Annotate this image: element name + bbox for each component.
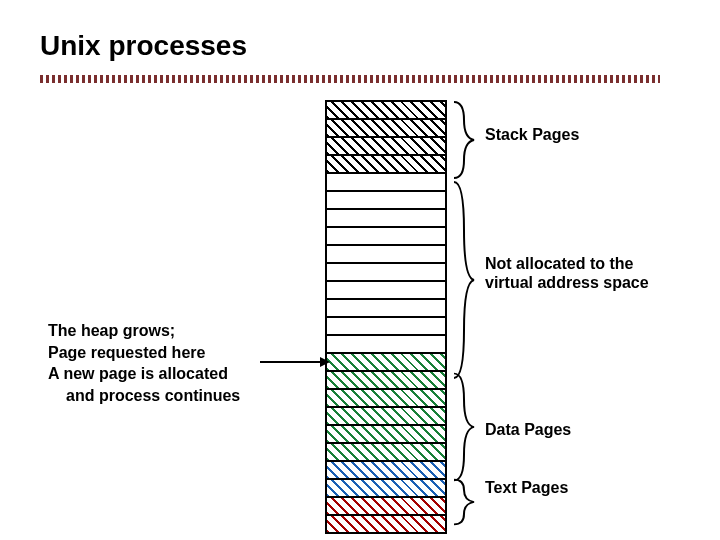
memory-page-stack <box>326 137 446 155</box>
svg-marker-3 <box>320 357 330 367</box>
label-stack: Stack Pages <box>485 125 579 144</box>
svg-rect-1 <box>40 75 660 83</box>
heap-l2: Page requested here <box>48 344 205 361</box>
memory-page-text <box>326 479 446 497</box>
page-title: Unix processes <box>40 30 247 62</box>
title-underline <box>40 75 660 83</box>
memory-page-data <box>326 443 446 461</box>
memory-page-stack <box>326 119 446 137</box>
memory-page-free <box>326 173 446 191</box>
label-data: Data Pages <box>485 420 571 439</box>
brace-free <box>450 180 478 380</box>
memory-page-free <box>326 245 446 263</box>
memory-page-stack <box>326 101 446 119</box>
memory-page-free <box>326 299 446 317</box>
memory-page-data <box>326 371 446 389</box>
memory-page-text <box>326 515 446 533</box>
memory-page-data <box>326 461 446 479</box>
label-free-l1: Not allocated to the <box>485 255 633 272</box>
heap-l4: and process continues <box>48 385 240 407</box>
brace-stack <box>450 100 478 180</box>
heap-caption: The heap grows; Page requested here A ne… <box>48 320 240 406</box>
memory-page-data <box>326 425 446 443</box>
memory-column <box>325 100 447 534</box>
memory-page-text <box>326 497 446 515</box>
brace-data <box>450 372 478 482</box>
memory-page-free <box>326 227 446 245</box>
memory-page-free <box>326 335 446 353</box>
heap-l3: A new page is allocated <box>48 365 228 382</box>
memory-page-free <box>326 281 446 299</box>
label-text: Text Pages <box>485 478 568 497</box>
memory-page-free <box>326 263 446 281</box>
memory-page-data <box>326 407 446 425</box>
memory-page-data <box>326 389 446 407</box>
memory-page-free <box>326 191 446 209</box>
request-arrow <box>260 354 330 370</box>
label-free-l2: virtual address space <box>485 274 649 291</box>
memory-page-stack <box>326 155 446 173</box>
brace-text <box>450 478 478 526</box>
memory-page-newpage <box>326 353 446 371</box>
label-free: Not allocated to the virtual address spa… <box>485 254 649 292</box>
heap-l1: The heap grows; <box>48 322 175 339</box>
memory-page-free <box>326 209 446 227</box>
memory-page-free <box>326 317 446 335</box>
